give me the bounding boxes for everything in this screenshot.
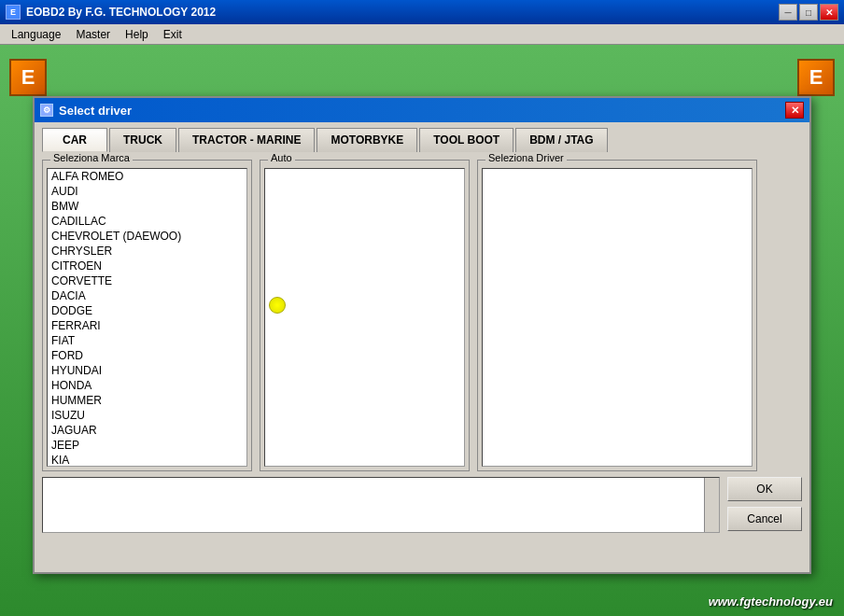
list-item[interactable]: DODGE bbox=[48, 303, 246, 318]
textarea-scrollbar[interactable] bbox=[704, 478, 719, 532]
list-item[interactable]: ALFA ROMEO bbox=[48, 169, 246, 184]
dialog-titlebar: ⚙ Select driver ✕ bbox=[35, 98, 809, 122]
tab-truck[interactable]: TRUCK bbox=[109, 128, 176, 152]
main-window: E EOBD2 By F.G. TECHNOLOGY 2012 ─ □ ✕ La… bbox=[0, 0, 844, 616]
logo-right: E bbox=[797, 59, 835, 96]
auto-label: Auto bbox=[268, 152, 295, 163]
minimize-button[interactable]: ─ bbox=[779, 4, 797, 21]
action-buttons: OK Cancel bbox=[727, 477, 802, 531]
menu-help[interactable]: Help bbox=[118, 26, 156, 43]
list-item[interactable]: CHRYSLER bbox=[48, 244, 246, 259]
list-item[interactable]: KIA bbox=[48, 453, 246, 467]
select-driver-dialog: ⚙ Select driver ✕ CAR TRUCK TRACTOR - MA… bbox=[33, 96, 811, 574]
website-label: www.fgtechnology.eu bbox=[709, 595, 833, 609]
driver-group: Seleziona Driver bbox=[477, 160, 757, 471]
auto-listbox[interactable] bbox=[264, 168, 465, 467]
list-item[interactable]: HONDA bbox=[48, 378, 246, 393]
logo-left: E bbox=[9, 59, 47, 96]
auto-group: Auto bbox=[260, 160, 470, 471]
text-area[interactable] bbox=[42, 477, 720, 533]
menubar: Language Master Help Exit bbox=[0, 24, 844, 45]
dialog-title: Select driver bbox=[59, 104, 132, 118]
list-item[interactable]: JEEP bbox=[48, 438, 246, 453]
bottom-row: OK Cancel bbox=[42, 477, 802, 533]
list-item[interactable]: HUMMER bbox=[48, 393, 246, 408]
maximize-button[interactable]: □ bbox=[799, 4, 818, 21]
tab-bdmjtag[interactable]: BDM / JTAG bbox=[515, 128, 607, 152]
dialog-icon: ⚙ bbox=[40, 104, 53, 117]
driver-listbox[interactable] bbox=[482, 168, 753, 467]
lists-row: Seleziona Marca ALFA ROMEO AUDI BMW CADI… bbox=[42, 160, 802, 471]
list-item[interactable]: CHEVROLET (DAEWOO) bbox=[48, 229, 246, 244]
tab-tractor[interactable]: TRACTOR - MARINE bbox=[178, 128, 315, 152]
list-item[interactable]: HYUNDAI bbox=[48, 363, 246, 378]
list-item[interactable]: FIAT bbox=[48, 333, 246, 348]
list-item[interactable]: CITROEN bbox=[48, 259, 246, 273]
marca-listbox[interactable]: ALFA ROMEO AUDI BMW CADILLAC CHEVROLET (… bbox=[47, 168, 247, 467]
main-close-button[interactable]: ✕ bbox=[820, 4, 838, 21]
tab-car[interactable]: CAR bbox=[42, 128, 107, 152]
dialog-close-button[interactable]: ✕ bbox=[785, 102, 804, 119]
tab-toolboot[interactable]: TOOL BOOT bbox=[419, 128, 513, 152]
list-item[interactable]: JAGUAR bbox=[48, 423, 246, 438]
tab-bar: CAR TRUCK TRACTOR - MARINE MOTORBYKE TOO… bbox=[35, 122, 809, 152]
menu-master[interactable]: Master bbox=[68, 26, 118, 43]
list-item[interactable]: BMW bbox=[48, 199, 246, 214]
marca-label: Seleziona Marca bbox=[50, 152, 133, 163]
app-icon: E bbox=[6, 5, 21, 20]
marca-group: Seleziona Marca ALFA ROMEO AUDI BMW CADI… bbox=[42, 160, 252, 471]
list-item[interactable]: AUDI bbox=[48, 184, 246, 199]
list-item[interactable]: FERRARI bbox=[48, 318, 246, 333]
main-content: E E ⚙ Select driver ✕ CAR TRUCK TRACTOR … bbox=[0, 45, 844, 616]
list-item[interactable]: CADILLAC bbox=[48, 214, 246, 229]
dialog-content: Seleziona Marca ALFA ROMEO AUDI BMW CADI… bbox=[35, 152, 809, 540]
app-title: EOBD2 By F.G. TECHNOLOGY 2012 bbox=[26, 6, 216, 19]
list-item[interactable]: FORD bbox=[48, 348, 246, 363]
list-item[interactable]: DACIA bbox=[48, 288, 246, 303]
list-item[interactable]: CORVETTE bbox=[48, 273, 246, 288]
driver-label: Seleziona Driver bbox=[485, 152, 567, 163]
cancel-button[interactable]: Cancel bbox=[727, 507, 802, 531]
titlebar-controls: ─ □ ✕ bbox=[779, 4, 838, 21]
tab-motorbyke[interactable]: MOTORBYKE bbox=[316, 128, 417, 152]
menu-exit[interactable]: Exit bbox=[156, 26, 190, 43]
ok-button[interactable]: OK bbox=[727, 477, 802, 501]
list-item[interactable]: ISUZU bbox=[48, 408, 246, 423]
menu-language[interactable]: Language bbox=[4, 26, 68, 43]
main-titlebar: E EOBD2 By F.G. TECHNOLOGY 2012 ─ □ ✕ bbox=[0, 0, 844, 24]
